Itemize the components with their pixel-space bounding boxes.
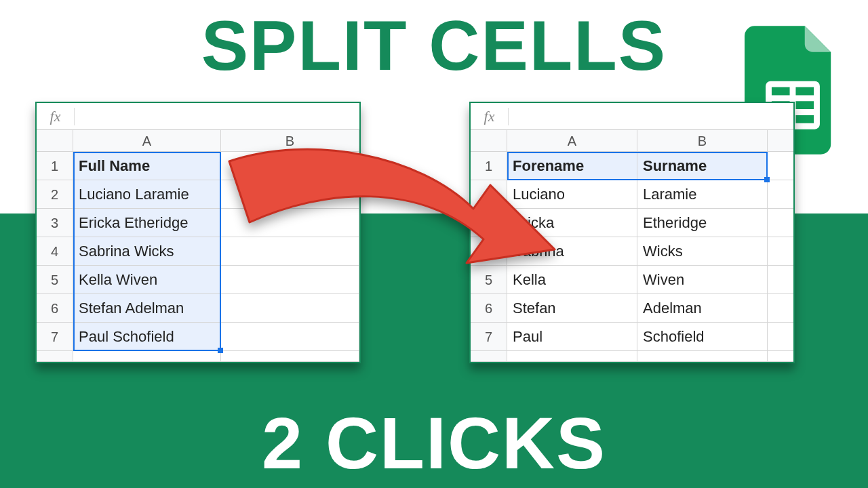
cell-c6[interactable] bbox=[768, 294, 793, 323]
cell-c5[interactable] bbox=[768, 266, 793, 294]
column-header-a[interactable]: A bbox=[73, 130, 221, 152]
cell[interactable] bbox=[768, 351, 793, 362]
cell-b7[interactable] bbox=[221, 323, 359, 351]
fx-icon: fx bbox=[471, 108, 509, 125]
cell-c7[interactable] bbox=[768, 323, 793, 351]
cell-a5[interactable]: Kella Wiven bbox=[73, 266, 221, 294]
row-header[interactable]: 6 bbox=[471, 294, 507, 323]
main-title: SPLIT CELLS bbox=[0, 5, 868, 86]
cell-a2[interactable]: Luciano Laramie bbox=[73, 180, 221, 209]
row-header[interactable]: 3 bbox=[37, 209, 73, 237]
cell[interactable] bbox=[221, 351, 359, 362]
cell-c3[interactable] bbox=[768, 209, 793, 237]
cell-b6[interactable] bbox=[221, 294, 359, 323]
cell-a7[interactable]: Paul bbox=[507, 323, 637, 351]
column-header-c[interactable] bbox=[768, 130, 793, 152]
row-header[interactable] bbox=[37, 351, 73, 362]
cell-c1[interactable] bbox=[768, 152, 793, 180]
row-header[interactable]: 7 bbox=[37, 323, 73, 351]
formula-bar[interactable]: fx bbox=[37, 103, 359, 130]
cell-b4[interactable]: Wicks bbox=[637, 237, 768, 266]
row-header[interactable]: 7 bbox=[471, 323, 507, 351]
cell-a4[interactable]: Sabrina Wicks bbox=[73, 237, 221, 266]
fx-icon: fx bbox=[37, 108, 75, 125]
row-header[interactable]: 4 bbox=[37, 237, 73, 266]
row-header[interactable]: 5 bbox=[37, 266, 73, 294]
cell-c2[interactable] bbox=[768, 180, 793, 209]
row-header[interactable] bbox=[471, 351, 507, 362]
row-header[interactable]: 2 bbox=[37, 180, 73, 209]
select-all-corner[interactable] bbox=[37, 130, 73, 152]
cell-b1[interactable]: Surname bbox=[637, 152, 768, 180]
row-header[interactable]: 1 bbox=[37, 152, 73, 180]
cell[interactable] bbox=[507, 351, 637, 362]
selection-handle[interactable] bbox=[218, 348, 223, 353]
selection-handle[interactable] bbox=[764, 177, 770, 182]
cell[interactable] bbox=[73, 351, 221, 362]
cell-a3[interactable]: Ericka Etheridge bbox=[73, 209, 221, 237]
cell-a7[interactable]: Paul Schofield bbox=[73, 323, 221, 351]
cell[interactable] bbox=[637, 351, 768, 362]
cell-b5[interactable]: Wiven bbox=[637, 266, 768, 294]
arrow-icon bbox=[216, 148, 561, 283]
column-header-b[interactable]: B bbox=[637, 130, 768, 152]
cell-b7[interactable]: Schofield bbox=[637, 323, 768, 351]
cell-a6[interactable]: Stefan Adelman bbox=[73, 294, 221, 323]
subtitle: 2 CLICKS bbox=[0, 401, 868, 485]
cell-a6[interactable]: Stefan bbox=[507, 294, 637, 323]
cell-b3[interactable]: Etheridge bbox=[637, 209, 768, 237]
formula-bar[interactable]: fx bbox=[471, 103, 793, 130]
cell-c4[interactable] bbox=[768, 237, 793, 266]
cell-b6[interactable]: Adelman bbox=[637, 294, 768, 323]
row-header[interactable]: 6 bbox=[37, 294, 73, 323]
cell-b2[interactable]: Laramie bbox=[637, 180, 768, 209]
cell-a1[interactable]: Full Name bbox=[73, 152, 221, 180]
